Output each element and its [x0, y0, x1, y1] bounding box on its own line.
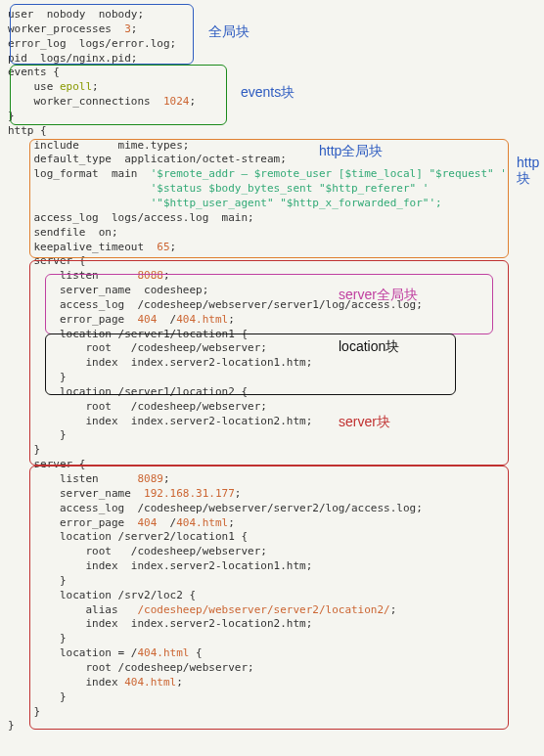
annotation-location: location块 [339, 338, 399, 356]
server-global-box [45, 274, 493, 334]
events-block-box [10, 65, 227, 125]
annotation-server-global: server全局块 [339, 287, 418, 304]
server2-block-box [29, 466, 509, 730]
global-block-box [10, 4, 194, 65]
diagram-root: user nobody nobody; worker_processes 3; … [8, 8, 536, 734]
annotation-http-global: http全局块 [319, 143, 383, 160]
annotation-events: events块 [241, 84, 295, 102]
annotation-global: 全局块 [208, 23, 249, 41]
code-line: http { [8, 124, 536, 139]
http-global-box [29, 139, 509, 258]
annotation-server: server块 [339, 414, 390, 431]
annotation-http: http块 [517, 155, 539, 188]
